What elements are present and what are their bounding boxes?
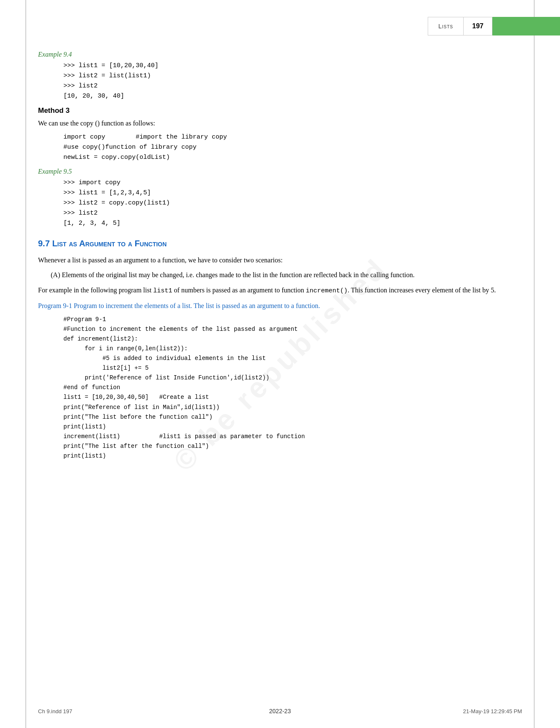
section-9-7-para1: For example in the following program lis… bbox=[38, 284, 522, 297]
section-title: List as Argument to a Function bbox=[52, 239, 167, 248]
method3-description: We can use the copy () function as follo… bbox=[38, 117, 522, 129]
example-9-4-code: >>> list1 = [10,20,30,40] >>> list2 = li… bbox=[63, 61, 522, 101]
section-number: 9.7 bbox=[38, 239, 50, 248]
header-green-bar bbox=[492, 17, 560, 35]
program-9-1-label: Program 9-1 Program to increment the ele… bbox=[38, 300, 522, 311]
scenario-a: (A) Elements of the original list may be… bbox=[38, 269, 522, 281]
right-border-line bbox=[534, 0, 535, 728]
program-9-1-code: #Program 9-1 #Function to increment the … bbox=[63, 315, 522, 461]
program-prefix: Program 9-1 bbox=[38, 302, 72, 309]
example-9-4-label: Example 9.4 bbox=[38, 51, 522, 58]
header-section-label: Lists bbox=[428, 17, 464, 35]
section-9-7-intro: Whenever a list is passed as an argument… bbox=[38, 254, 522, 266]
section-9-7-heading: 9.7 List as Argument to a Function bbox=[38, 239, 522, 248]
inline-code-increment: increment() bbox=[306, 287, 348, 294]
method3-code: import copy #import the library copy #us… bbox=[63, 132, 522, 163]
program-desc: Program to increment the elements of a l… bbox=[74, 302, 320, 309]
example-9-5-code: >>> import copy >>> list1 = [1,2,3,4,5] … bbox=[63, 178, 522, 229]
footer-right: 21-May-19 12:29:45 PM bbox=[463, 708, 522, 714]
inline-code-list1: list1 bbox=[153, 287, 172, 294]
left-border-line bbox=[25, 0, 26, 728]
example-9-5-label: Example 9.5 bbox=[38, 168, 522, 175]
method3-heading: Method 3 bbox=[38, 106, 522, 115]
page: Lists 197 © be republished Example 9.4 >… bbox=[0, 0, 560, 728]
header-page-number: 197 bbox=[464, 17, 492, 35]
footer-left: Ch 9.indd 197 bbox=[38, 708, 72, 714]
main-content: Example 9.4 >>> list1 = [10,20,30,40] >>… bbox=[38, 51, 522, 461]
header-bar: Lists 197 bbox=[428, 17, 560, 35]
